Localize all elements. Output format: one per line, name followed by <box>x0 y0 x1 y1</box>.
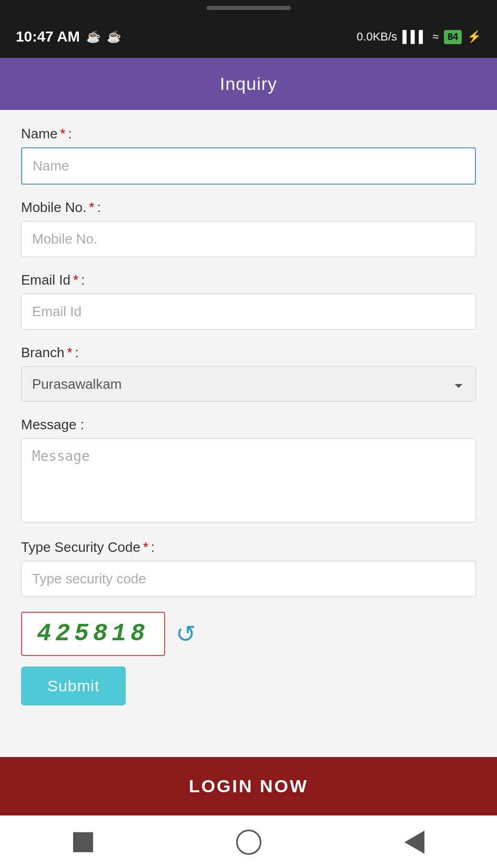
mobile-field-group: Mobile No. * : <box>21 199 476 257</box>
stop-icon <box>73 832 93 852</box>
security-required: * <box>143 539 148 556</box>
top-notch <box>0 0 497 16</box>
app-header: Inquiry <box>0 58 497 110</box>
name-label: Name * : <box>21 126 476 142</box>
mobile-required: * <box>89 199 94 216</box>
branch-select-wrapper: Purasawalkam Branch 2 Branch 3 <box>21 366 476 402</box>
charging-icon: ⚡ <box>467 30 481 44</box>
submit-button[interactable]: Submit <box>21 667 126 705</box>
main-content: Inquiry Name * : Mobile No. * : <box>0 58 497 868</box>
refresh-captcha-button[interactable]: ↺ <box>176 620 196 648</box>
form-area: Name * : Mobile No. * : Email Id <box>0 110 497 757</box>
wifi-icon: ≈ <box>432 30 439 44</box>
email-field-group: Email Id * : <box>21 272 476 330</box>
login-now-text: LOGIN NOW <box>189 776 308 796</box>
status-bar: 10:47 AM ☕ ☕ 0.0KB/s ▌▌▌ ≈ 84 ⚡ <box>0 16 497 58</box>
battery-level: 84 <box>444 30 462 44</box>
mobile-label: Mobile No. * : <box>21 199 476 216</box>
notch-bar <box>207 6 291 10</box>
signal-icon: ▌▌▌ <box>402 30 427 44</box>
login-now-bar[interactable]: LOGIN NOW <box>0 757 497 815</box>
home-icon <box>236 830 261 855</box>
mobile-input[interactable] <box>21 221 476 257</box>
name-input[interactable] <box>21 147 476 185</box>
branch-select[interactable]: Purasawalkam Branch 2 Branch 3 <box>21 366 476 402</box>
captcha-value: 425818 <box>37 620 149 648</box>
status-right: 0.0KB/s ▌▌▌ ≈ 84 ⚡ <box>357 30 481 44</box>
captcha-box: 425818 <box>21 612 165 656</box>
message-textarea[interactable] <box>21 438 476 522</box>
name-field-group: Name * : <box>21 126 476 185</box>
page-title: Inquiry <box>220 74 277 94</box>
security-code-label: Type Security Code * : <box>21 539 476 556</box>
branch-label: Branch * : <box>21 345 476 361</box>
nav-back-button[interactable] <box>399 826 430 858</box>
email-input[interactable] <box>21 294 476 330</box>
message-label: Message : <box>21 417 476 433</box>
status-time: 10:47 AM <box>16 28 80 45</box>
name-required: * <box>60 126 65 142</box>
nav-home-button[interactable] <box>233 826 265 858</box>
email-label: Email Id * : <box>21 272 476 288</box>
bottom-nav <box>0 815 497 868</box>
back-icon <box>404 831 424 854</box>
captcha-container: 425818 ↺ <box>21 612 476 656</box>
app-icon-1: ☕ <box>86 30 100 44</box>
nav-stop-button[interactable] <box>67 826 99 858</box>
security-code-field-group: Type Security Code * : <box>21 539 476 597</box>
email-required: * <box>73 272 78 288</box>
message-field-group: Message : <box>21 417 476 524</box>
app-icon-2: ☕ <box>107 30 121 44</box>
branch-required: * <box>67 345 72 361</box>
status-left: 10:47 AM ☕ ☕ <box>16 28 121 45</box>
security-code-input[interactable] <box>21 561 476 597</box>
branch-field-group: Branch * : Purasawalkam Branch 2 Branch … <box>21 345 476 402</box>
network-speed: 0.0KB/s <box>357 30 397 44</box>
phone-outer: 10:47 AM ☕ ☕ 0.0KB/s ▌▌▌ ≈ 84 ⚡ Inquiry … <box>0 0 497 868</box>
